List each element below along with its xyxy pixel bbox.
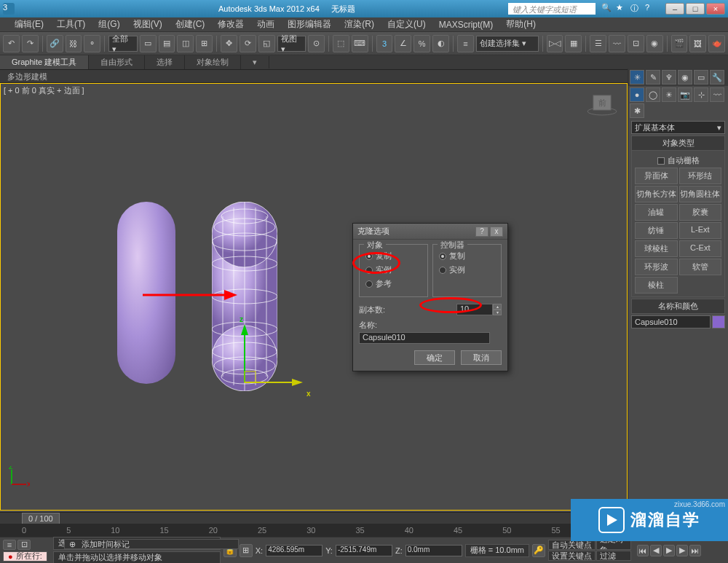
shapes-subtab-icon[interactable]: ◯ xyxy=(646,87,660,102)
manipulate-button[interactable]: ⬚ xyxy=(333,35,349,52)
lock-selection-icon[interactable]: ⊡ xyxy=(17,540,31,550)
menu-modifiers[interactable]: 修改器 xyxy=(218,18,244,31)
object-type-rollout-header[interactable]: 对象类型 xyxy=(631,135,725,151)
ribbon-tab-freeform[interactable]: 自由形式 xyxy=(89,55,145,69)
minimize-button[interactable]: – xyxy=(665,3,684,15)
render-button[interactable]: 🫖 xyxy=(708,35,725,52)
ok-button[interactable]: 确定 xyxy=(414,350,455,365)
object-color-swatch[interactable] xyxy=(712,315,725,328)
autogrid-checkbox[interactable]: 自动栅格 xyxy=(635,154,721,168)
app-icon[interactable]: 3 xyxy=(3,3,15,15)
scale-button[interactable]: ◱ xyxy=(258,35,275,52)
curve-editor-button[interactable]: 〰 xyxy=(609,35,625,52)
copies-spinner[interactable]: 10 ▴▾ xyxy=(456,304,502,315)
time-tag-button[interactable]: ⊕添加时间标记 xyxy=(64,539,239,549)
prim-spindle[interactable]: 纺锤 xyxy=(635,222,678,239)
radio-copy[interactable]: 复制 xyxy=(365,249,422,263)
ribbon-tab-paint[interactable]: 对象绘制 xyxy=(185,55,241,69)
hierarchy-tab-icon[interactable]: ♆ xyxy=(662,70,676,84)
menu-view[interactable]: 视图(V) xyxy=(133,18,162,31)
key-mode-icon[interactable]: 🔑 xyxy=(532,544,545,557)
x-coord-input[interactable]: 4286.595m xyxy=(266,545,323,556)
name-color-rollout-header[interactable]: 名称和颜色 xyxy=(631,299,725,314)
prim-ringwave[interactable]: 环形波 xyxy=(635,259,678,275)
ribbon-tab-modeling[interactable]: Graphite 建模工具 xyxy=(0,55,89,69)
viewport-label[interactable]: [ + 0 前 0 真实 + 边面 ] xyxy=(4,85,84,96)
align-button[interactable]: ▦ xyxy=(565,35,582,52)
menu-maxscript[interactable]: MAXScript(M) xyxy=(439,20,494,30)
display-tab-icon[interactable]: ▭ xyxy=(694,70,708,84)
percent-snap-button[interactable]: % xyxy=(414,35,430,52)
goto-start-icon[interactable]: ⏮ xyxy=(637,545,649,556)
frame-indicator[interactable]: 0 / 100 xyxy=(22,513,60,524)
search-icon[interactable]: 🔍 xyxy=(601,3,613,15)
radio-reference[interactable]: 参考 xyxy=(365,277,422,291)
ribbon-subpanel[interactable]: 多边形建模 xyxy=(0,70,728,83)
menu-graph-editor[interactable]: 图形编辑器 xyxy=(288,18,331,31)
schematic-button[interactable]: ⊡ xyxy=(628,35,644,52)
selection-filter-combo[interactable]: 全部 ▾ xyxy=(108,36,137,52)
prim-torusknot[interactable]: 环形结 xyxy=(679,168,722,184)
bind-button[interactable]: ⚬ xyxy=(84,35,100,52)
script-listener-icon[interactable]: ≡ xyxy=(3,540,16,550)
lights-subtab-icon[interactable]: ☀ xyxy=(662,87,676,102)
angle-snap-button[interactable]: ∠ xyxy=(395,35,411,52)
render-frame-button[interactable]: 🖼 xyxy=(689,35,706,52)
menu-edit[interactable]: 编辑(E) xyxy=(15,18,44,31)
select-button[interactable]: ▭ xyxy=(140,35,157,52)
ctrl-radio-instance[interactable]: 实例 xyxy=(439,263,495,277)
info-icon[interactable]: ⓘ xyxy=(630,3,642,15)
menu-help[interactable]: 帮助(H) xyxy=(506,18,536,31)
window-crossing-button[interactable]: ⊞ xyxy=(196,35,213,52)
menu-tools[interactable]: 工具(T) xyxy=(57,18,85,31)
dialog-close-button[interactable]: x xyxy=(490,227,503,237)
geometry-subtab-icon[interactable]: ● xyxy=(630,87,644,102)
star-icon[interactable]: ★ xyxy=(616,3,628,15)
y-coord-input[interactable]: -2515.749m xyxy=(336,545,392,556)
menu-group[interactable]: 组(G) xyxy=(98,18,119,31)
named-selset-icon[interactable]: ≡ xyxy=(457,35,474,52)
prim-hedra[interactable]: 异面体 xyxy=(635,168,678,184)
prim-prism[interactable]: 棱柱 xyxy=(635,277,678,294)
copies-input[interactable]: 10 xyxy=(456,304,493,315)
menu-animation[interactable]: 动画 xyxy=(257,18,274,31)
ribbon-tab-selection[interactable]: 选择 xyxy=(145,55,185,69)
help-search-input[interactable]: 键入关键字或短语 xyxy=(508,3,596,15)
spacewarps-subtab-icon[interactable]: 〰 xyxy=(710,87,724,102)
z-coord-input[interactable]: 0.0mm xyxy=(405,545,462,556)
select-name-button[interactable]: ▤ xyxy=(159,35,175,52)
goto-end-icon[interactable]: ⏭ xyxy=(689,545,701,556)
clone-name-input[interactable]: Capsule010 xyxy=(359,332,490,344)
prim-cext[interactable]: C-Ext xyxy=(679,240,722,257)
layer-button[interactable]: ☰ xyxy=(590,35,606,52)
next-frame-icon[interactable]: ▶ xyxy=(676,545,688,556)
material-editor-button[interactable]: ◉ xyxy=(646,35,663,52)
keyboard-shortcut-button[interactable]: ⌨ xyxy=(352,35,368,52)
render-setup-button[interactable]: 🎬 xyxy=(671,35,688,52)
prim-capsule[interactable]: 胶囊 xyxy=(679,204,722,221)
move-button[interactable]: ✥ xyxy=(221,35,237,52)
setkey-button[interactable]: 设置关键点 xyxy=(548,551,596,561)
prim-gengon[interactable]: 球棱柱 xyxy=(635,240,678,257)
close-button[interactable]: × xyxy=(706,3,725,15)
link-button[interactable]: 🔗 xyxy=(47,35,63,52)
unlink-button[interactable]: ⛓ xyxy=(66,35,82,52)
redo-button[interactable]: ↷ xyxy=(22,35,39,52)
front-viewport[interactable]: [ + 0 前 0 真实 + 边面 ] 前 xyxy=(0,83,628,511)
viewcube[interactable]: 前 xyxy=(586,90,618,116)
time-slider[interactable]: 0 / 100 xyxy=(0,512,628,524)
snap-toggle-button[interactable]: 3 xyxy=(376,35,393,52)
dialog-titlebar[interactable]: 克隆选项 ? x xyxy=(353,224,507,240)
select-region-button[interactable]: ◫ xyxy=(177,35,194,52)
radio-instance[interactable]: 实例 xyxy=(365,263,422,277)
ref-coord-combo[interactable]: 视图 ▾ xyxy=(277,36,306,52)
pivot-button[interactable]: ⊙ xyxy=(308,35,325,52)
prim-chamferbox[interactable]: 切角长方体 xyxy=(635,186,678,202)
spinner-snap-button[interactable]: ◐ xyxy=(432,35,449,52)
ribbon-expand-icon[interactable]: ▾ xyxy=(241,56,269,68)
category-dropdown[interactable]: 扩展基本体▾ xyxy=(631,121,725,134)
cancel-button[interactable]: 取消 xyxy=(461,350,502,365)
key-filter-button[interactable]: 关键点过滤器... xyxy=(596,551,631,561)
play-icon[interactable]: ▶ xyxy=(663,545,675,556)
systems-subtab-icon[interactable]: ✱ xyxy=(630,103,644,118)
